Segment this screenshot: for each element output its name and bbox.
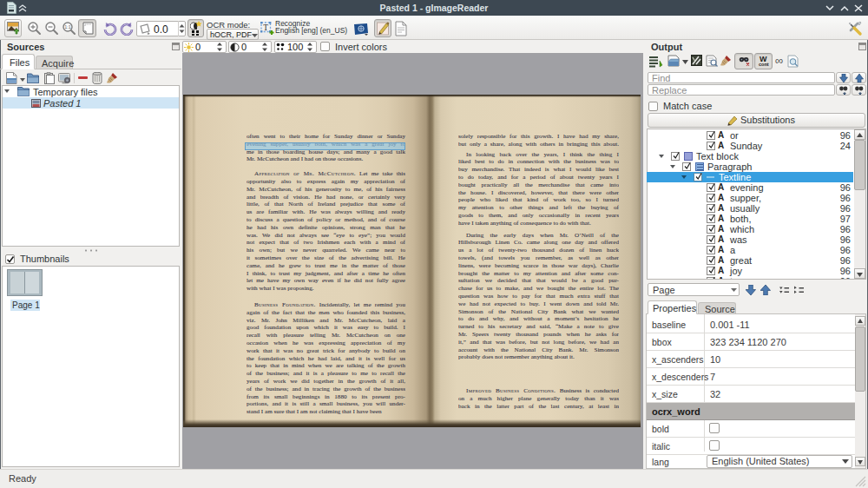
svg-text:T: T bbox=[263, 23, 268, 32]
svg-text:1:1: 1:1 bbox=[64, 24, 71, 30]
